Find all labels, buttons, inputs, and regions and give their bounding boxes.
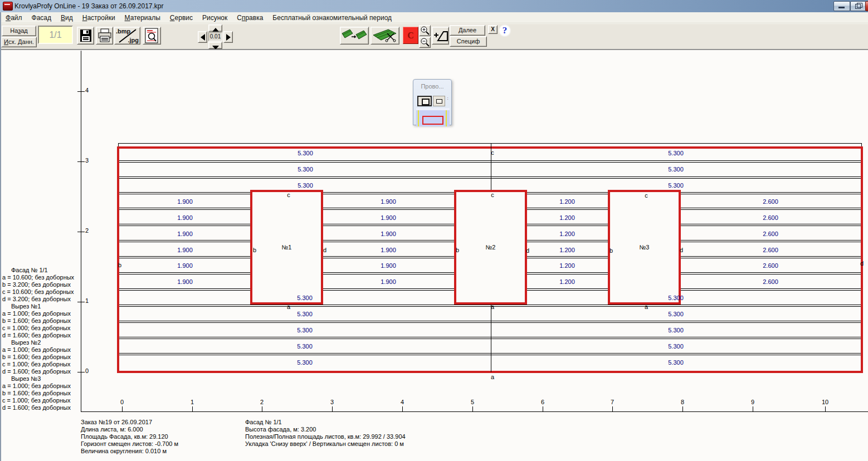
dim-label: 2.600 <box>763 230 778 237</box>
x-axis-tick-label: 2 <box>257 399 266 405</box>
ref-letter: c <box>491 149 494 156</box>
x-axis-tick-label: 4 <box>398 399 407 405</box>
sheet-cap-line <box>118 143 862 144</box>
x-axis-tick-label: 1 <box>188 399 197 405</box>
dim-label: 5.300 <box>668 327 684 334</box>
ref-letter: a <box>287 303 290 310</box>
y-axis-tick-label: 1 <box>85 297 89 304</box>
dim-label: 2.600 <box>763 278 778 285</box>
dimension-list-item: b = 1.600; без доборных <box>2 354 74 361</box>
dimension-list-item: c = 1.000; без доборных <box>2 397 74 404</box>
dim-label: 5.300 <box>298 150 313 156</box>
palette-mode-2-button[interactable] <box>433 96 445 106</box>
application-window: KrovlyaProfy OnLine - 19 Заказ от 26.09.… <box>0 0 868 461</box>
dimension-list-header: Вырез №1 <box>2 303 74 310</box>
y-axis-tick-label: 3 <box>85 157 89 164</box>
dim-label: 1.900 <box>381 214 396 221</box>
palette-title: Прово... <box>413 83 451 90</box>
status-right-column: Фасад № 1/1Высота фасада, м: 3.200Полезн… <box>245 419 406 448</box>
dimension-list: Фасад № 1/1a = 10.600; без доборныхb = 3… <box>2 267 74 411</box>
palette-mode-1-button[interactable] <box>417 96 432 106</box>
preview-guide-line <box>446 110 447 126</box>
ref-letter: b <box>456 247 459 253</box>
cutout-1[interactable]: №1 <box>250 190 323 305</box>
dim-label: 1.900 <box>177 247 193 253</box>
dim-label: 2.600 <box>763 214 778 221</box>
dim-label: 1.900 <box>381 247 396 253</box>
ref-letter: d <box>860 260 864 267</box>
sheet-mode-icon <box>422 99 430 105</box>
dimension-list-item: b = 1.600; без доборных <box>2 390 74 397</box>
dimension-list-item: c = 10.600; без доборных <box>2 288 74 296</box>
preview-selection-rect <box>422 116 443 125</box>
y-axis-line <box>81 51 81 411</box>
layout-palette-window[interactable]: Прово... : <box>413 79 452 125</box>
y-axis-tick <box>77 372 85 372</box>
status-line: Горизонт смещен листов: -0.700 м <box>81 440 178 448</box>
x-axis-tick-label: 3 <box>328 399 337 405</box>
y-axis-tick <box>77 161 85 162</box>
dimension-list-item: a = 10.600; без доборных <box>2 274 74 281</box>
status-left-column: Заказ №19 от 26.09.2017Длина листа, м: 6… <box>81 419 178 455</box>
dim-label: 1.900 <box>381 262 396 269</box>
cutout-label: №3 <box>640 244 650 251</box>
x-axis-tick <box>402 406 403 411</box>
ref-letter: d <box>526 247 529 254</box>
y-axis-tick <box>77 91 85 92</box>
cutout-3[interactable]: №3 <box>608 190 681 305</box>
ref-letter: a <box>491 374 494 380</box>
dimension-list-item: d = 1.600; без доборных <box>2 404 74 411</box>
dim-label: 5.300 <box>297 327 313 334</box>
dim-label: 1.900 <box>381 198 396 205</box>
ref-letter: a <box>491 303 494 310</box>
palette-more-handle[interactable]: : <box>446 96 449 106</box>
dim-label: 5.300 <box>668 359 684 366</box>
ref-letter: b <box>253 247 256 253</box>
dim-label: 5.300 <box>297 343 313 350</box>
dim-label: 1.200 <box>559 262 575 269</box>
dimension-list-item: a = 1.000; без доборных <box>2 346 74 354</box>
x-axis-tick <box>543 406 543 411</box>
dimension-list-item: a = 1.000; без доборных <box>2 382 74 390</box>
y-axis-tick-label: 2 <box>85 227 89 234</box>
x-axis-tick <box>612 406 613 411</box>
status-line: Высота фасада, м: 3.200 <box>245 426 406 433</box>
x-axis-tick-label: 6 <box>538 399 547 405</box>
dim-label: 5.300 <box>297 295 313 301</box>
dim-label: 5.300 <box>668 311 684 317</box>
dimension-list-item: c = 1.000; без доборных <box>2 361 74 368</box>
x-axis-tick <box>472 406 473 411</box>
dim-label: 1.900 <box>177 198 193 205</box>
dimension-list-item: b = 3.200; без доборных <box>2 281 74 288</box>
dimension-list-item: d = 3.200; без доборных <box>2 296 74 303</box>
cutout-label: №1 <box>282 244 292 251</box>
x-axis-tick-label: 7 <box>608 399 617 405</box>
ref-letter: a <box>645 303 648 310</box>
dimension-list-item: b = 1.600; без доборных <box>2 317 74 325</box>
ref-letter: b <box>609 247 613 254</box>
facade-drawing-canvas[interactable]: 43210012345678910№1№2№35.3005.3005.3005.… <box>0 0 868 461</box>
ref-letter: c <box>491 192 494 198</box>
dimension-list-item: d = 1.600; без доборных <box>2 332 74 339</box>
x-axis-tick <box>122 406 123 411</box>
dim-label: 2.600 <box>763 198 778 205</box>
y-axis-tick-label: 0 <box>85 367 89 374</box>
ref-letter: c <box>645 192 648 199</box>
dim-label: 5.300 <box>297 311 313 317</box>
dim-label: 5.300 <box>668 182 684 189</box>
dim-label: 1.900 <box>177 278 193 285</box>
cutout-2[interactable]: №2 <box>454 190 527 305</box>
status-line: Заказ №19 от 26.09.2017 <box>81 419 178 426</box>
status-line: Длина листа, м: 6.000 <box>81 426 178 433</box>
dim-label: 1.900 <box>177 214 193 221</box>
dimension-list-item: c = 1.000; без доборных <box>2 325 74 332</box>
y-axis-tick-label: 4 <box>85 87 89 94</box>
dim-label: 2.600 <box>763 262 778 269</box>
dimension-list-item: d = 1.600; без доборных <box>2 368 74 375</box>
dim-label: 1.200 <box>559 230 575 237</box>
dimension-list-header: Фасад № 1/1 <box>2 267 74 274</box>
dim-label: 1.200 <box>559 214 575 221</box>
dimension-list-header: Вырез №3 <box>2 375 74 382</box>
dim-label: 1.900 <box>381 278 396 285</box>
dim-label: 5.300 <box>668 295 684 301</box>
